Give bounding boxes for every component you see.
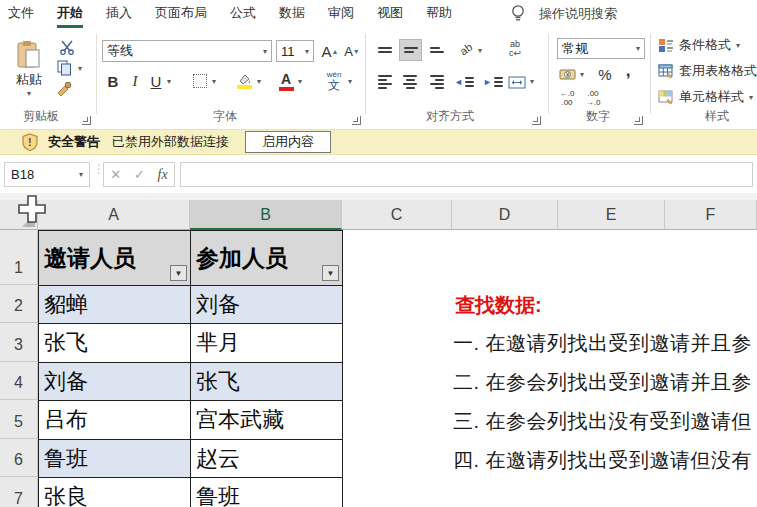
row-header-1[interactable]: 1 xyxy=(0,230,38,285)
insert-function-button[interactable]: fx xyxy=(158,167,168,183)
ribbon-tab-开始[interactable]: 开始 xyxy=(57,0,83,28)
italic-button[interactable]: I xyxy=(127,70,143,92)
table-cell[interactable]: 赵云 xyxy=(191,440,343,478)
table-cell[interactable]: 张良 xyxy=(39,478,191,507)
orientation-caret[interactable]: ▾ xyxy=(478,46,482,55)
merge-center-caret[interactable]: ▾ xyxy=(530,77,534,86)
format-painter-button[interactable] xyxy=(54,80,74,98)
table-cell[interactable]: 鲁班 xyxy=(39,440,191,478)
ribbon-tab-文件[interactable]: 文件 xyxy=(8,0,34,28)
enable-content-button[interactable]: 启用内容 xyxy=(245,131,331,153)
cancel-button[interactable]: ✕ xyxy=(110,167,121,182)
paste-button[interactable]: 粘贴 ▾ xyxy=(10,38,48,100)
font-size-combo[interactable]: 11▾ xyxy=(276,40,314,62)
row-header-3[interactable]: 3 xyxy=(0,323,38,362)
borders-icon xyxy=(193,74,207,88)
name-box-caret[interactable]: ▾ xyxy=(79,170,83,179)
align-center-button[interactable] xyxy=(399,72,421,92)
ribbon-tab-公式[interactable]: 公式 xyxy=(230,0,256,28)
formula-buttons: ✕ ✓ fx xyxy=(103,162,175,187)
grow-font-button[interactable]: A▲ xyxy=(320,40,340,62)
column-header-D[interactable]: D xyxy=(452,200,558,230)
comma-style-button[interactable]: , xyxy=(620,61,636,81)
copy-dropdown-caret[interactable]: ▾ xyxy=(78,64,82,73)
borders-caret[interactable]: ▾ xyxy=(212,77,216,86)
column-header-C[interactable]: C xyxy=(342,200,452,230)
underline-caret[interactable]: ▾ xyxy=(167,77,171,86)
font-color-caret[interactable]: ▾ xyxy=(298,77,302,86)
increase-decimal-button[interactable]: ←.0 .00 xyxy=(556,88,578,108)
table-header-cell[interactable]: 参加人员▼ xyxy=(191,231,343,286)
bold-button[interactable]: B xyxy=(104,70,122,92)
align-right-button[interactable] xyxy=(426,72,448,92)
table-header-cell[interactable]: 邀请人员▼ xyxy=(39,231,191,286)
table-cell[interactable]: 刘备 xyxy=(191,286,343,324)
table-cell[interactable]: 张飞 xyxy=(39,324,191,363)
ribbon-tab-审阅[interactable]: 审阅 xyxy=(328,0,354,28)
align-bottom-button[interactable] xyxy=(426,40,448,60)
row-header-7[interactable]: 7 xyxy=(0,477,38,507)
cell-styles-button[interactable]: 单元格样式 ▾ xyxy=(658,88,753,106)
table-cell[interactable]: 宫本武藏 xyxy=(191,401,343,440)
table-cell[interactable]: 貂蝉 xyxy=(39,286,191,324)
row-header-6[interactable]: 6 xyxy=(0,439,38,477)
conditional-formatting-button[interactable]: 条件格式 ▾ xyxy=(658,36,740,54)
row-header-2[interactable]: 2 xyxy=(0,285,38,323)
decrease-decimal-button[interactable]: .00 →.0 xyxy=(582,88,604,108)
phonetic-guide-button[interactable]: wén 文 xyxy=(322,68,346,94)
fill-color-button[interactable] xyxy=(234,70,254,92)
decrease-indent-button[interactable]: ◄ xyxy=(452,72,476,92)
table-cell[interactable]: 吕布 xyxy=(39,401,191,440)
filter-dropdown-button[interactable]: ▼ xyxy=(322,265,339,281)
ribbon-tab-帮助[interactable]: 帮助 xyxy=(426,0,452,28)
number-dialog-launcher[interactable] xyxy=(634,116,643,125)
shrink-font-button[interactable]: A▼ xyxy=(342,40,362,62)
percent-style-button[interactable]: % xyxy=(595,64,615,84)
phonetic-caret[interactable]: ▾ xyxy=(348,77,352,86)
table-cell[interactable]: 张飞 xyxy=(191,363,343,401)
clipboard-dialog-launcher[interactable] xyxy=(82,116,91,125)
alignment-dialog-launcher[interactable] xyxy=(532,116,541,125)
underline-button[interactable]: U xyxy=(148,70,164,92)
accounting-format-caret[interactable]: ▾ xyxy=(580,70,584,79)
merge-center-button[interactable] xyxy=(506,72,528,92)
name-box[interactable]: B18 ▾ xyxy=(4,162,90,187)
orientation-button[interactable]: ab xyxy=(451,34,482,65)
font-color-button[interactable]: A xyxy=(277,70,295,92)
row-header-5[interactable]: 5 xyxy=(0,400,38,439)
tell-me-area[interactable]: 操作说明搜索 xyxy=(511,0,617,28)
tell-me-label[interactable]: 操作说明搜索 xyxy=(539,5,617,23)
table-cell[interactable]: 鲁班 xyxy=(191,478,343,507)
wrap-text-button[interactable]: ab c↩ xyxy=(502,37,528,61)
column-header-E[interactable]: E xyxy=(558,200,665,230)
align-middle-button[interactable] xyxy=(399,39,422,61)
table-cell[interactable]: 刘备 xyxy=(39,363,191,401)
font-dialog-launcher[interactable] xyxy=(352,116,361,125)
fill-color-caret[interactable]: ▾ xyxy=(257,77,261,86)
accounting-format-button[interactable]: ¥ xyxy=(557,65,577,83)
column-header-A[interactable]: A xyxy=(38,200,190,230)
column-header-F[interactable]: F xyxy=(665,200,757,230)
table-cell[interactable]: 芈月 xyxy=(191,324,343,363)
increase-indent-button[interactable]: ► xyxy=(481,72,505,92)
ribbon-tab-视图[interactable]: 视图 xyxy=(377,0,403,28)
font-name-combo[interactable]: 等线▾ xyxy=(102,40,272,62)
ribbon-tab-数据[interactable]: 数据 xyxy=(279,0,305,28)
ribbon-tab-插入[interactable]: 插入 xyxy=(106,0,132,28)
font-size-caret: ▾ xyxy=(305,47,309,56)
filter-dropdown-button[interactable]: ▼ xyxy=(170,265,187,281)
copy-button[interactable] xyxy=(54,59,74,77)
borders-button[interactable] xyxy=(192,73,208,89)
formula-input[interactable] xyxy=(180,162,753,187)
column-header-B[interactable]: B xyxy=(190,200,342,230)
format-as-table-button[interactable]: 套用表格格式 xyxy=(658,62,757,80)
ribbon-tab-页面布局[interactable]: 页面布局 xyxy=(155,0,207,28)
row-header-4[interactable]: 4 xyxy=(0,362,38,400)
paste-dropdown-caret[interactable]: ▾ xyxy=(27,89,31,98)
cut-button[interactable] xyxy=(56,38,78,56)
annotation-title: 查找数据: xyxy=(455,292,542,319)
enter-button[interactable]: ✓ xyxy=(134,167,145,182)
align-top-button[interactable] xyxy=(374,40,396,60)
align-left-button[interactable] xyxy=(374,72,396,92)
number-format-combo[interactable]: 常规▾ xyxy=(557,38,645,59)
